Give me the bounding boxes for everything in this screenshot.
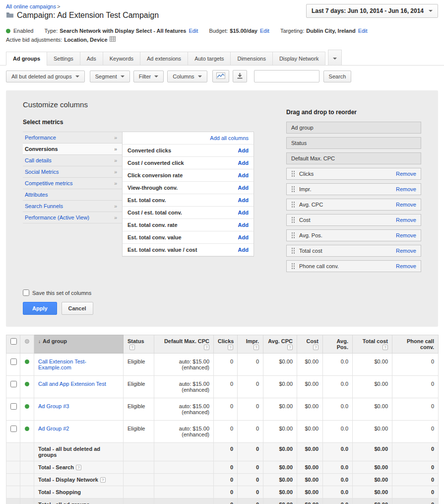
- tab[interactable]: Ad extensions: [140, 52, 188, 66]
- tab[interactable]: Keywords: [103, 52, 140, 66]
- remove-column-link[interactable]: Remove: [396, 248, 416, 254]
- segment-dropdown[interactable]: Segment: [90, 71, 130, 82]
- columns-dropdown[interactable]: Columns: [167, 71, 207, 82]
- save-columns-checkbox[interactable]: [23, 289, 29, 296]
- column-header-impr[interactable]: Impr.: [238, 335, 263, 354]
- add-metric-link[interactable]: Add: [238, 247, 249, 253]
- remove-column-link[interactable]: Remove: [396, 263, 416, 269]
- apply-button[interactable]: Apply: [23, 302, 57, 315]
- add-metric-link[interactable]: Add: [238, 147, 249, 153]
- select-all-checkbox[interactable]: [10, 338, 17, 345]
- help-icon[interactable]: [382, 345, 388, 350]
- reorder-item[interactable]: Default Max. CPC Remove: [286, 152, 421, 164]
- help-icon[interactable]: [76, 465, 81, 470]
- drag-handle-icon[interactable]: [291, 201, 295, 208]
- reorder-item[interactable]: Total cost Remove: [286, 245, 421, 257]
- drag-handle-icon[interactable]: [291, 186, 295, 193]
- cell-avg-pos: 0.0: [323, 443, 353, 461]
- add-metric-link[interactable]: Add: [238, 172, 249, 178]
- row-checkbox[interactable]: [10, 381, 17, 387]
- edit-targeting-link[interactable]: Edit: [358, 28, 368, 34]
- metric-category[interactable]: Attributes: [23, 189, 122, 201]
- remove-column-link[interactable]: Remove: [396, 186, 416, 192]
- metric-category[interactable]: Competitive metrics »: [23, 178, 122, 189]
- reorder-item[interactable]: Status Remove: [286, 137, 421, 149]
- row-checkbox[interactable]: [10, 426, 17, 432]
- remove-column-link[interactable]: Remove: [396, 217, 416, 223]
- reorder-item[interactable]: Avg. Pos. Remove: [286, 229, 421, 241]
- bid-adjustments-grid-icon[interactable]: [110, 36, 116, 43]
- download-button[interactable]: [233, 70, 247, 82]
- filter-dropdown[interactable]: Filter: [133, 71, 164, 82]
- more-tabs-button[interactable]: [328, 50, 342, 66]
- column-header-phone-call-conv[interactable]: Phone call conv.: [392, 335, 439, 354]
- view-filter-dropdown[interactable]: All but deleted ad groups: [6, 71, 85, 82]
- reorder-item[interactable]: Ad group Remove: [286, 122, 421, 134]
- drag-handle-icon[interactable]: [291, 170, 295, 177]
- remove-column-link[interactable]: Remove: [396, 232, 416, 238]
- help-icon[interactable]: [228, 345, 233, 350]
- reorder-item[interactable]: Impr. Remove: [286, 183, 421, 195]
- edit-budget-link[interactable]: Edit: [260, 28, 269, 34]
- search-input[interactable]: [254, 70, 319, 82]
- add-metric-link[interactable]: Add: [238, 197, 249, 203]
- drag-handle-icon[interactable]: [291, 216, 295, 223]
- add-metric-link[interactable]: Add: [238, 222, 249, 228]
- view-chart-button[interactable]: [212, 70, 229, 82]
- tab[interactable]: Display Network: [272, 52, 325, 66]
- remove-column-link[interactable]: Remove: [396, 171, 416, 177]
- metric-category[interactable]: Performance (Active View) »: [23, 212, 122, 223]
- help-icon[interactable]: [204, 345, 209, 350]
- column-header-cost[interactable]: Cost: [297, 335, 323, 354]
- ad-group-link[interactable]: Ad Group #3: [38, 403, 69, 409]
- cell-total-cost: $0.00: [353, 499, 392, 504]
- drag-handle-icon[interactable]: [291, 247, 295, 254]
- reorder-item[interactable]: Phone call conv. Remove: [286, 260, 421, 272]
- add-metric-link[interactable]: Add: [238, 160, 249, 166]
- help-icon[interactable]: [129, 345, 135, 350]
- column-header-status[interactable]: Status: [124, 335, 154, 354]
- cell-clicks: 0: [214, 398, 238, 421]
- drag-handle-icon[interactable]: [291, 232, 295, 239]
- reorder-item[interactable]: Cost Remove: [286, 214, 421, 226]
- ad-group-link[interactable]: Call Extension Test-Example.com: [38, 359, 119, 370]
- ad-group-link[interactable]: Call and App Extension Test: [38, 381, 106, 387]
- drag-handle-icon[interactable]: [291, 263, 295, 270]
- row-checkbox[interactable]: [10, 403, 17, 410]
- metric-category[interactable]: Search Funnels »: [23, 201, 122, 212]
- save-columns-row[interactable]: Save this set of columns: [23, 289, 421, 296]
- add-metric-link[interactable]: Add: [238, 210, 249, 216]
- add-metric-link[interactable]: Add: [238, 234, 249, 240]
- tab[interactable]: Ad groups: [6, 52, 47, 66]
- reorder-item[interactable]: Clicks Remove: [286, 168, 421, 180]
- column-header-avg-cpc[interactable]: Avg. CPC: [263, 335, 297, 354]
- add-all-columns-link[interactable]: Add all columns: [210, 135, 249, 141]
- breadcrumb-link[interactable]: All online campaigns: [6, 3, 56, 9]
- tab[interactable]: Dimensions: [230, 52, 272, 66]
- help-icon[interactable]: [100, 477, 106, 483]
- column-header-total-cost[interactable]: Total cost: [353, 335, 392, 354]
- cancel-button[interactable]: Cancel: [62, 302, 93, 315]
- edit-type-link[interactable]: Edit: [189, 28, 198, 34]
- tab[interactable]: Ads: [80, 52, 103, 66]
- metric-category[interactable]: Performance »: [23, 132, 122, 144]
- help-icon[interactable]: [313, 345, 318, 350]
- row-checkbox[interactable]: [10, 359, 17, 365]
- column-header-clicks[interactable]: Clicks: [214, 335, 238, 354]
- column-header-ad-group[interactable]: Ad group: [34, 335, 124, 354]
- column-header-max-cpc[interactable]: Default Max. CPC: [154, 335, 214, 354]
- add-metric-link[interactable]: Add: [238, 185, 249, 191]
- search-button[interactable]: Search: [323, 71, 352, 82]
- metric-category[interactable]: Call details »: [23, 155, 122, 166]
- tab[interactable]: Settings: [47, 52, 80, 66]
- tab[interactable]: Auto targets: [188, 52, 231, 66]
- date-range-selector[interactable]: Last 7 days: Jun 10, 2014 - Jun 16, 2014: [306, 4, 438, 18]
- metric-category[interactable]: Conversions »: [23, 144, 122, 155]
- remove-column-link[interactable]: Remove: [396, 202, 416, 208]
- help-icon[interactable]: [254, 345, 259, 350]
- ad-group-link[interactable]: Ad Group #2: [38, 426, 69, 432]
- column-header-avg-pos[interactable]: Avg. Pos.: [323, 335, 353, 354]
- reorder-item[interactable]: Avg. CPC Remove: [286, 199, 421, 211]
- help-icon[interactable]: [287, 345, 293, 350]
- metric-category[interactable]: Social Metrics »: [23, 166, 122, 178]
